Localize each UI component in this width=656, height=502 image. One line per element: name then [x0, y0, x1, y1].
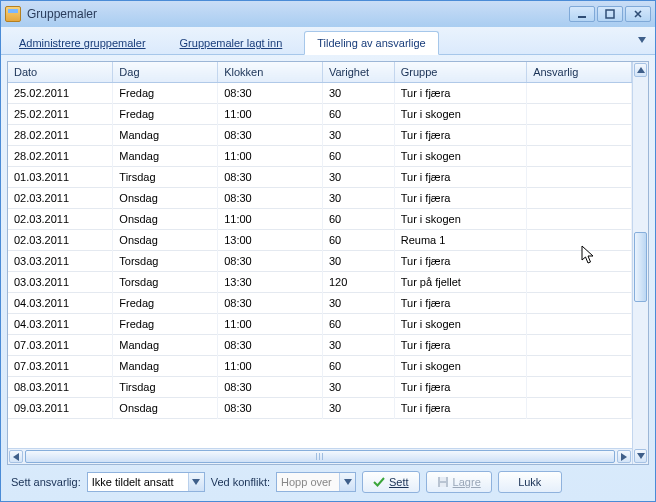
table-row[interactable]: 04.03.2011Fredag08:3030Tur i fjæra [8, 293, 632, 314]
cell-dag[interactable]: Tirsdag [113, 377, 218, 398]
cell-dato[interactable]: 25.02.2011 [8, 83, 113, 104]
cell-gruppe[interactable]: Tur i fjæra [394, 167, 526, 188]
cell-klokken[interactable]: 11:00 [218, 209, 323, 230]
cell-gruppe[interactable]: Tur i fjæra [394, 188, 526, 209]
cell-dag[interactable]: Torsdag [113, 251, 218, 272]
grid-table[interactable]: DatoDagKlokkenVarighetGruppeAnsvarlig [8, 62, 632, 83]
cell-dato[interactable]: 02.03.2011 [8, 209, 113, 230]
table-row[interactable]: 01.03.2011Tirsdag08:3030Tur i fjæra [8, 167, 632, 188]
cell-gruppe[interactable]: Tur i fjæra [394, 398, 526, 419]
scroll-up-button[interactable] [634, 63, 647, 77]
grid-rows[interactable]: 25.02.2011Fredag08:3030Tur i fjæra25.02.… [8, 83, 632, 419]
cell-klokken[interactable]: 08:30 [218, 377, 323, 398]
cell-gruppe[interactable]: Tur i skogen [394, 314, 526, 335]
cell-dag[interactable]: Fredag [113, 293, 218, 314]
cell-varighet[interactable]: 60 [322, 356, 394, 377]
close-button[interactable] [625, 6, 651, 22]
cell-gruppe[interactable]: Tur i skogen [394, 209, 526, 230]
cell-ansvarlig[interactable] [527, 314, 632, 335]
cell-dag[interactable]: Onsdag [113, 398, 218, 419]
cell-dato[interactable]: 04.03.2011 [8, 293, 113, 314]
cell-gruppe[interactable]: Tur i fjæra [394, 377, 526, 398]
cell-ansvarlig[interactable] [527, 188, 632, 209]
cell-varighet[interactable]: 30 [322, 251, 394, 272]
cell-varighet[interactable]: 30 [322, 377, 394, 398]
table-row[interactable]: 25.02.2011Fredag08:3030Tur i fjæra [8, 83, 632, 104]
column-header-klokken[interactable]: Klokken [218, 62, 323, 83]
table-row[interactable]: 28.02.2011Mandag11:0060Tur i skogen [8, 146, 632, 167]
cell-varighet[interactable]: 60 [322, 209, 394, 230]
scroll-left-button[interactable] [9, 450, 23, 463]
cell-ansvarlig[interactable] [527, 356, 632, 377]
cell-varighet[interactable]: 60 [322, 104, 394, 125]
cell-varighet[interactable]: 30 [322, 125, 394, 146]
column-header-ansvarlig[interactable]: Ansvarlig [527, 62, 632, 83]
maximize-button[interactable] [597, 6, 623, 22]
table-row[interactable]: 07.03.2011Mandag11:0060Tur i skogen [8, 356, 632, 377]
cell-dato[interactable]: 28.02.2011 [8, 125, 113, 146]
vertical-scrollbar[interactable] [632, 62, 648, 464]
cell-dag[interactable]: Mandag [113, 356, 218, 377]
cell-gruppe[interactable]: Tur på fjellet [394, 272, 526, 293]
table-row[interactable]: 04.03.2011Fredag11:0060Tur i skogen [8, 314, 632, 335]
cell-dato[interactable]: 04.03.2011 [8, 314, 113, 335]
cell-varighet[interactable]: 30 [322, 293, 394, 314]
cell-dato[interactable]: 03.03.2011 [8, 272, 113, 293]
table-row[interactable]: 28.02.2011Mandag08:3030Tur i fjæra [8, 125, 632, 146]
cell-klokken[interactable]: 08:30 [218, 125, 323, 146]
cell-varighet[interactable]: 60 [322, 146, 394, 167]
cell-dag[interactable]: Fredag [113, 104, 218, 125]
cell-klokken[interactable]: 08:30 [218, 335, 323, 356]
cell-dag[interactable]: Onsdag [113, 209, 218, 230]
table-row[interactable]: 03.03.2011Torsdag13:30120Tur på fjellet [8, 272, 632, 293]
cell-varighet[interactable]: 60 [322, 230, 394, 251]
cell-klokken[interactable]: 11:00 [218, 146, 323, 167]
cell-varighet[interactable]: 60 [322, 314, 394, 335]
ved-konflikt-combo[interactable] [276, 472, 356, 492]
cell-klokken[interactable]: 08:30 [218, 293, 323, 314]
cell-dag[interactable]: Fredag [113, 314, 218, 335]
cell-ansvarlig[interactable] [527, 83, 632, 104]
sett-button[interactable]: Sett [362, 471, 420, 493]
cell-gruppe[interactable]: Tur i fjæra [394, 83, 526, 104]
cell-dag[interactable]: Torsdag [113, 272, 218, 293]
table-row[interactable]: 03.03.2011Torsdag08:3030Tur i fjæra [8, 251, 632, 272]
titlebar[interactable]: Gruppemaler [1, 1, 655, 27]
tab-tildeling[interactable]: Tildeling av ansvarlige [304, 31, 438, 55]
scroll-right-button[interactable] [617, 450, 631, 463]
cell-varighet[interactable]: 120 [322, 272, 394, 293]
grid-header-row[interactable]: DatoDagKlokkenVarighetGruppeAnsvarlig [8, 62, 632, 83]
cell-gruppe[interactable]: Tur i fjæra [394, 125, 526, 146]
cell-dag[interactable]: Mandag [113, 125, 218, 146]
cell-ansvarlig[interactable] [527, 167, 632, 188]
cell-ansvarlig[interactable] [527, 104, 632, 125]
cell-ansvarlig[interactable] [527, 251, 632, 272]
cell-ansvarlig[interactable] [527, 377, 632, 398]
scroll-down-button[interactable] [634, 449, 647, 463]
cell-klokken[interactable]: 11:00 [218, 356, 323, 377]
cell-klokken[interactable]: 08:30 [218, 167, 323, 188]
cell-dato[interactable]: 03.03.2011 [8, 251, 113, 272]
sett-ansvarlig-combo[interactable] [87, 472, 205, 492]
cell-gruppe[interactable]: Tur i fjæra [394, 293, 526, 314]
table-row[interactable]: 02.03.2011Onsdag11:0060Tur i skogen [8, 209, 632, 230]
cell-ansvarlig[interactable] [527, 398, 632, 419]
cell-gruppe[interactable]: Reuma 1 [394, 230, 526, 251]
lukk-button[interactable]: Lukk [498, 471, 562, 493]
horizontal-scrollbar[interactable] [8, 448, 632, 464]
sett-ansvarlig-dropdown-button[interactable] [188, 473, 204, 491]
lagre-button[interactable]: Lagre [426, 471, 492, 493]
column-header-dag[interactable]: Dag [113, 62, 218, 83]
cell-dato[interactable]: 02.03.2011 [8, 188, 113, 209]
cell-dato[interactable]: 07.03.2011 [8, 356, 113, 377]
cell-klokken[interactable]: 08:30 [218, 251, 323, 272]
cell-klokken[interactable]: 11:00 [218, 314, 323, 335]
cell-dato[interactable]: 08.03.2011 [8, 377, 113, 398]
tab-administrere[interactable]: Administrere gruppemaler [7, 32, 158, 54]
cell-varighet[interactable]: 30 [322, 83, 394, 104]
table-row[interactable]: 07.03.2011Mandag08:3030Tur i fjæra [8, 335, 632, 356]
cell-klokken[interactable]: 08:30 [218, 188, 323, 209]
cell-gruppe[interactable]: Tur i skogen [394, 356, 526, 377]
cell-klokken[interactable]: 11:00 [218, 104, 323, 125]
cell-dato[interactable]: 01.03.2011 [8, 167, 113, 188]
